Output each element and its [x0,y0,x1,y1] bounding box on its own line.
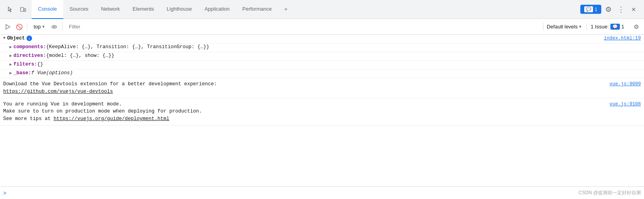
filters-key: filters: [13,62,37,67]
svg-point-4 [53,26,55,28]
filters-expand-arrow[interactable]: ▶ [9,62,12,67]
tab-performance[interactable]: Performance [236,0,278,19]
device-toggle-button[interactable] [17,4,28,15]
prop-filters-row[interactable]: ▶ filters: {} [0,61,644,69]
filter-input[interactable] [66,21,542,32]
console-content: ▼ Object i index.html:19 ▶ components: {… [0,35,644,186]
context-selector[interactable]: top ▾ [30,23,48,30]
devtools-link[interactable]: https://github.com/vuejs/vue-devtools [3,89,113,94]
cursor-tool-button[interactable] [5,4,16,15]
prompt-input[interactable] [9,190,578,196]
devmode-message: You are running Vue in development mode.… [0,98,644,126]
toolbar-divider-1 [27,23,27,31]
default-levels-arrow: ▾ [579,24,581,29]
tab-elements[interactable]: Elements [126,0,160,19]
issue-message-icon: 💬 [584,6,593,12]
issue-count-number: 1 [621,24,624,30]
tab-sources[interactable]: Sources [63,0,95,19]
devmode-message-file[interactable]: vue.js:9108 [610,101,641,107]
issues-badge[interactable]: 💬 1 [580,5,601,14]
issue-count-text: 1 Issue: [591,24,609,30]
svg-rect-0 [21,8,24,11]
tab-bar: Console Sources Network Elements Lightho… [0,0,644,19]
components-expand-arrow[interactable]: ▶ [9,44,12,49]
directives-expand-arrow[interactable]: ▶ [9,53,12,58]
console-settings-button[interactable]: ⚙ [631,22,641,32]
execute-button[interactable] [3,22,13,32]
object-file-link[interactable]: index.html:19 [597,36,641,41]
issue-count-button[interactable]: 1 Issue: 💬 1 [586,23,628,30]
tab-bar-left-icons [2,4,32,15]
console-prompt: > CSDN @提测前一定好好自测 [0,186,644,199]
components-key: components: [13,44,46,50]
prop-directives-content: ▶ directives: {model: {…}, show: {…}} [9,53,641,58]
svg-marker-2 [6,24,10,29]
object-label: Object [7,36,25,41]
context-label: top [34,24,41,30]
issue-count-icon: 💬 [610,24,620,30]
tab-lighthouse[interactable]: Lighthouse [160,0,198,19]
settings-button[interactable]: ⚙ [603,4,614,15]
object-row[interactable]: ▼ Object i index.html:19 [0,35,644,43]
devtools-message-file[interactable]: vue.js:9099 [610,81,641,87]
default-levels-selector[interactable]: Default levels ▾ [543,23,585,30]
components-val: {KeepAlive: {…}, Transition: {…}, Transi… [46,44,210,50]
prop-filters-content: ▶ filters: {} [9,62,641,67]
base-key: _base: [13,70,31,76]
prop-base-content: ▶ _base: f Vue(options) [9,70,641,76]
directives-key: directives: [13,53,46,58]
prop-base-row[interactable]: ▶ _base: f Vue(options) [0,69,644,78]
prop-directives-row[interactable]: ▶ directives: {model: {…}, show: {…}} [0,52,644,61]
object-row-content: ▼ Object i [3,36,597,41]
devmode-message-text: You are running Vue in development mode.… [3,101,606,123]
tab-network[interactable]: Network [95,0,126,19]
base-val: f Vue(options) [31,70,73,76]
tab-more[interactable]: » [278,0,294,19]
base-expand-arrow[interactable]: ▶ [9,70,12,75]
devtools-message-text: Download the Vue Devtools extension for … [3,81,606,96]
eye-button[interactable] [49,22,59,32]
prompt-arrow[interactable]: > [3,190,6,196]
context-arrow: ▾ [42,24,45,29]
more-options-button[interactable]: ⋮ [616,4,627,15]
tab-application[interactable]: Application [198,0,236,19]
tab-console[interactable]: Console [32,0,63,19]
object-expand-arrow[interactable]: ▼ [3,36,6,40]
toolbar-divider-2 [62,23,63,31]
svg-rect-1 [24,9,26,11]
close-devtools-button[interactable]: ✕ [628,4,639,15]
watermark: CSDN @提测前一定好好自测 [578,190,641,196]
default-levels-label: Default levels [547,24,578,30]
console-toolbar: 🚫 top ▾ Default levels ▾ 1 Issue: 💬 1 ⚙ [0,19,644,35]
prop-components-row[interactable]: ▶ components: {KeepAlive: {…}, Transitio… [0,43,644,52]
tab-bar-right: 💬 1 ⚙ ⋮ ✕ [580,4,642,15]
directives-val: {model: {…}, show: {…}} [46,53,115,58]
object-info-icon[interactable]: i [27,36,32,41]
filters-val: {} [37,62,43,67]
deployment-link[interactable]: https://vuejs.org/guide/deployment.html [54,116,170,122]
issue-count-label: 1 [595,7,597,12]
devtools-message: Download the Vue Devtools extension for … [0,78,644,98]
clear-messages-button[interactable]: 🚫 [14,22,24,32]
prop-components-content: ▶ components: {KeepAlive: {…}, Transitio… [9,44,641,50]
